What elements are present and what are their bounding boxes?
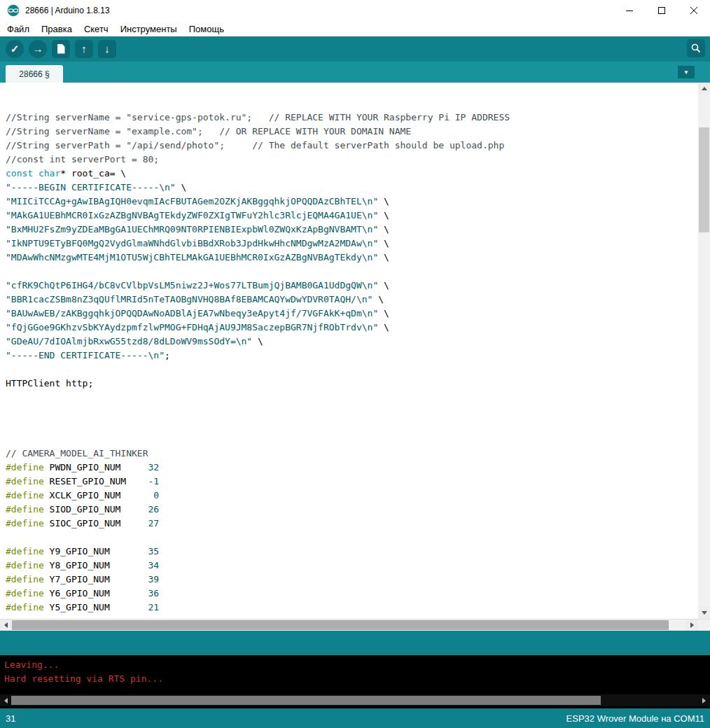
code-line: #define Y7_GPIO_NUM 39: [0, 573, 698, 587]
window-controls: [613, 0, 710, 21]
title-bar: 28666 | Arduino 1.8.13: [0, 0, 710, 21]
code-line: #define SIOC_GPIO_NUM 27: [0, 517, 698, 531]
console-line: Leaving...: [4, 658, 710, 672]
scroll-up-button[interactable]: [698, 83, 710, 94]
code-line: "BBR1cacZSBm8nZ3qQUflMRId5nTeTAOBgNVHQ8B…: [0, 293, 698, 307]
tab-strip: 28666 § ▼: [0, 61, 710, 83]
code-line: [0, 363, 698, 377]
document-icon: [57, 44, 65, 54]
code-line: //const int serverPort = 80;: [0, 153, 698, 167]
cursor-line-number: 31: [6, 713, 15, 724]
verify-button[interactable]: ✓: [6, 40, 24, 58]
console-scroll-left-button[interactable]: [0, 694, 12, 706]
vertical-scroll-thumb[interactable]: [699, 127, 709, 232]
arrow-down-icon: ↓: [104, 43, 110, 55]
scroll-right-button[interactable]: [686, 620, 698, 631]
maximize-button[interactable]: [646, 0, 678, 21]
triangle-right-icon: [690, 622, 694, 628]
code-line: [0, 265, 698, 279]
tab-sketch[interactable]: 28666 §: [6, 65, 63, 83]
code-line: [0, 419, 698, 433]
code-line: [0, 391, 698, 405]
code-line: const char* root_ca= \: [0, 167, 698, 181]
code-line: "BxMHU2FsZm9yZDEaMBgGA1UEChMRQ09NT0RPIEN…: [0, 223, 698, 237]
close-icon: [690, 7, 698, 15]
code-line: "GDeAU/7dIOAlmjbRxwG55tzd8/8dLDoWV9msSOd…: [0, 335, 698, 349]
code-line: #define SIOD_GPIO_NUM 26: [0, 503, 698, 517]
menu-item[interactable]: Помощь: [189, 24, 224, 34]
menu-item[interactable]: Скетч: [84, 24, 109, 34]
menu-item[interactable]: Инструменты: [120, 24, 177, 34]
triangle-left-icon: [4, 622, 8, 628]
code-line: //String serverName = "service-gps-potok…: [0, 111, 698, 125]
chevron-down-icon: ▼: [683, 69, 689, 76]
code-line: #define PWDN_GPIO_NUM 32: [0, 461, 698, 475]
tab-list-button[interactable]: ▼: [678, 66, 695, 78]
menu-item[interactable]: Файл: [7, 24, 29, 34]
triangle-left-icon: [4, 698, 8, 704]
serial-monitor-button[interactable]: [687, 39, 705, 57]
open-button[interactable]: ↑: [75, 40, 93, 58]
arrow-up-icon: ↑: [81, 43, 87, 55]
arduino-logo-icon: [7, 4, 20, 17]
status-bar: 31 ESP32 Wrover Module на COM11: [0, 708, 710, 728]
editor[interactable]: //String serverName = "service-gps-potok…: [0, 83, 698, 619]
code-line: "MDAwWhcNMzgwMTE4MjM1OTU5WjCBhTELMAkGA1U…: [0, 251, 698, 265]
code-line: #define Y8_GPIO_NUM 34: [0, 559, 698, 573]
code-line: // CAMERA_MODEL_AI_THINKER: [0, 447, 698, 461]
code-line: //String serverName = "example.com"; // …: [0, 125, 698, 139]
code-line: "cfRK9ChQtP6IHG4/bC8vCVlbpVsLM5niwz2J+Wo…: [0, 279, 698, 293]
code-line: [0, 97, 698, 111]
scrollbar-corner: [698, 620, 710, 631]
minimize-button[interactable]: [613, 0, 646, 21]
code-line: "MAkGA1UEBhMCR0IxGzAZBgNVBAgTEkdyZWF0ZXI…: [0, 209, 698, 223]
code-line: #define RESET_GPIO_NUM -1: [0, 475, 698, 489]
code-line: [0, 83, 698, 97]
console-horizontal-scrollbar[interactable]: [0, 694, 710, 706]
window-title: 28666 | Arduino 1.8.13: [25, 6, 110, 15]
minimize-icon: [626, 7, 634, 15]
save-button[interactable]: ↓: [98, 40, 116, 58]
code-area: //String serverName = "service-gps-potok…: [0, 83, 698, 615]
code-line: #define Y6_GPIO_NUM 36: [0, 587, 698, 601]
scroll-left-button[interactable]: [0, 620, 12, 631]
tab-label: 28666 §: [19, 69, 49, 79]
toolbar: ✓ → ↑ ↓: [0, 36, 710, 61]
code-line: [0, 433, 698, 447]
console-scroll-right-button[interactable]: [698, 694, 710, 706]
code-line: "IkNPTU9ETyBFQ0MgQ2VydGlmaWNhdGlvbiBBdXR…: [0, 237, 698, 251]
code-line: [0, 405, 698, 419]
arduino-ide-window: 28666 | Arduino 1.8.13 ФайлПравкаСкетчИн…: [0, 0, 710, 728]
console-output: Leaving...Hard resetting via RTS pin...: [4, 658, 710, 686]
triangle-right-icon: [702, 698, 706, 704]
code-line: #define Y9_GPIO_NUM 35: [0, 545, 698, 559]
code-line: "fQjGGoe9GKhzvSbKYAydzpmfzlwPMOG+FDHqAjA…: [0, 321, 698, 335]
triangle-down-icon: [702, 611, 707, 615]
board-port-status: ESP32 Wrover Module на COM11: [566, 713, 704, 724]
maximize-icon: [658, 7, 666, 15]
horizontal-scroll-thumb[interactable]: [12, 620, 669, 630]
code-line: //String serverPath = "/api/send/photo";…: [0, 139, 698, 153]
code-line: [0, 531, 698, 545]
code-line: #define XCLK_GPIO_NUM 0: [0, 489, 698, 503]
close-button[interactable]: [678, 0, 710, 21]
menu-item[interactable]: Правка: [41, 24, 72, 34]
editor-horizontal-scrollbar[interactable]: [0, 619, 710, 631]
code-line: "-----BEGIN CERTIFICATE-----\n" \: [0, 181, 698, 195]
arrow-right-icon: →: [33, 43, 43, 55]
console-scroll-thumb[interactable]: [11, 696, 601, 705]
code-line: HTTPClient http;: [0, 377, 698, 391]
code-line: "MIICiTCCAg+gAwIBAgIQH0evqmIAcFBUTAGem2O…: [0, 195, 698, 209]
editor-vertical-scrollbar[interactable]: [698, 83, 710, 619]
upload-button[interactable]: →: [29, 40, 47, 58]
new-sketch-button[interactable]: [52, 40, 70, 58]
code-line: "BAUwAwEB/zAKBggqhkjOPQQDAwNoADBlAjEA7wN…: [0, 307, 698, 321]
scroll-down-button[interactable]: [698, 607, 710, 619]
message-area: [0, 631, 710, 655]
console-line: Hard resetting via RTS pin...: [4, 672, 710, 686]
magnifier-icon: [690, 43, 702, 54]
menu-bar: ФайлПравкаСкетчИнструментыПомощь: [0, 21, 710, 36]
triangle-up-icon: [702, 87, 707, 90]
check-icon: ✓: [11, 43, 20, 55]
code-line: #define Y5_GPIO_NUM 21: [0, 601, 698, 615]
